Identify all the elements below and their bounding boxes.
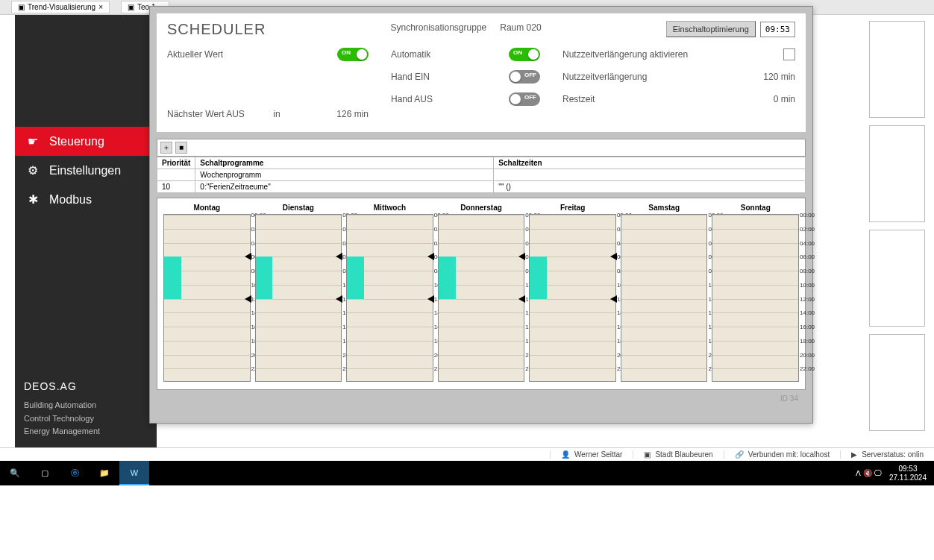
time-tick: 08:00 (800, 268, 825, 274)
sidebar-item-label: Modbus (49, 193, 92, 207)
day-column[interactable]: Samstag00:0002:0004:0006:0008:0010:0012:… (619, 201, 709, 382)
day-column[interactable]: Montag00:0002:0004:0006:0008:0010:0012:0… (162, 201, 252, 382)
sync-label: Synchronisationsgruppe (390, 22, 486, 33)
start-button[interactable]: 🔍 (0, 461, 30, 485)
explorer-icon[interactable]: 📁 (90, 461, 119, 485)
sync-value: Raum 020 (500, 22, 541, 33)
taskbar-clock[interactable]: 09:5327.11.2024 (889, 465, 927, 482)
day-grid[interactable]: 00:0002:0004:0006:0008:0010:0012:0014:00… (529, 214, 616, 382)
col-schaltzeiten[interactable]: Schaltzeiten (494, 157, 806, 169)
sidebar: ☛ Steuerung ⚙ Einstellungen ✱ Modbus DEO… (15, 15, 157, 447)
play-icon: ▶ (851, 450, 857, 459)
day-column[interactable]: Dienstag00:0002:0004:0006:0008:0010:0012… (254, 201, 344, 382)
user-icon: 👤 (561, 450, 570, 459)
extension-value: 120 min (736, 72, 795, 82)
automatik-label: Automatik (391, 49, 509, 60)
day-column[interactable]: Mittwoch00:0002:0004:0006:0008:0010:0012… (345, 201, 435, 382)
col-prioritaet[interactable]: Priorität (157, 157, 195, 169)
status-server: Serverstatus: onlin (862, 450, 924, 459)
drag-marker-icon[interactable] (518, 253, 525, 260)
extension-activate-label: Nutzzeitverlängerung aktivieren (562, 49, 783, 60)
time-tick: 18:00 (800, 337, 825, 344)
time-display: 09:53 (760, 22, 795, 37)
stop-program-icon[interactable]: ■ (175, 142, 187, 154)
day-grid[interactable]: 00:0002:0004:0006:0008:0010:0012:0014:00… (255, 214, 342, 382)
hand-aus-toggle[interactable]: OFF (509, 92, 540, 106)
tab-trend[interactable]: ▣ Trend-Visualisierung × (11, 1, 110, 13)
current-value-label: Aktueller Wert (167, 49, 337, 60)
active-block[interactable] (530, 257, 547, 298)
drag-marker-icon[interactable] (518, 295, 525, 303)
time-tick: 04:00 (800, 239, 825, 246)
day-column[interactable]: Donnerstag00:0002:0004:0006:0008:0010:00… (436, 201, 527, 382)
active-block[interactable] (256, 257, 273, 298)
tab-icon: ▣ (128, 3, 134, 11)
drag-marker-icon[interactable] (336, 295, 342, 303)
week-schedule: Montag00:0002:0004:0006:0008:0010:0012:0… (157, 198, 806, 390)
next-in-label: in (269, 109, 284, 119)
time-tick: 22:00 (800, 365, 825, 372)
active-block[interactable] (347, 257, 364, 298)
next-value-label: Nächster Wert AUS (167, 109, 245, 119)
drag-marker-icon[interactable] (610, 295, 617, 303)
drag-marker-icon[interactable] (336, 253, 342, 260)
gear-icon: ✱ (25, 192, 40, 207)
day-grid[interactable]: 00:0002:0004:0006:0008:0010:0012:0014:00… (346, 214, 433, 382)
tray-icons[interactable]: ᐱ 🔇 🖵 (856, 469, 882, 478)
drag-marker-icon[interactable] (245, 295, 251, 303)
time-tick: 14:00 (800, 309, 825, 316)
dialog-title: SCHEDULER (167, 21, 266, 38)
hand-ein-toggle[interactable]: OFF (509, 70, 540, 84)
day-grid[interactable]: 00:0002:0004:0006:0008:0010:0012:0014:00… (163, 214, 251, 382)
drag-marker-icon[interactable] (245, 253, 251, 260)
day-grid[interactable]: 00:0002:0004:0006:0008:0010:0012:0014:00… (438, 214, 525, 382)
drag-marker-icon[interactable] (610, 253, 617, 260)
tab-icon: ▣ (18, 3, 25, 11)
next-value: 126 min (309, 109, 369, 119)
day-grid[interactable]: 00:0002:0004:0006:0008:0010:0012:0014:00… (621, 214, 708, 382)
active-block[interactable] (164, 257, 181, 298)
day-column[interactable]: Sonntag00:0002:0004:0006:0008:0010:0012:… (710, 201, 800, 382)
scheduler-dialog: SCHEDULER Synchronisationsgruppe Raum 02… (149, 6, 813, 424)
footer-line: Control Technology (24, 412, 148, 426)
extension-label: Nutzzeitverlängerung (562, 72, 736, 82)
sidebar-item-label: Steuerung (49, 135, 104, 148)
automatik-toggle[interactable]: ON (509, 48, 540, 61)
day-grid[interactable]: 00:0002:0004:0006:0008:0010:0012:0014:00… (712, 214, 799, 382)
status-connection: Verbunden mit: localhost (748, 450, 830, 459)
time-tick: 02:00 (800, 225, 825, 232)
sidebar-item-label: Einstellungen (49, 164, 121, 177)
ie-icon[interactable]: ⓔ (60, 461, 90, 485)
time-tick: 12:00 (800, 295, 825, 302)
resttime-label: Restzeit (562, 94, 736, 104)
tab-label: Trend-Visualisierung (28, 3, 95, 11)
col-schaltprogramme[interactable]: Schaltprogramme (195, 157, 494, 169)
word-icon[interactable]: W (119, 461, 149, 485)
day-column[interactable]: Freitag00:0002:0004:0006:0008:0010:0012:… (527, 201, 618, 382)
time-tick: 00:00 (800, 212, 825, 218)
drag-marker-icon[interactable] (427, 295, 434, 303)
active-block[interactable] (439, 257, 456, 298)
time-tick: 16:00 (800, 324, 825, 330)
sliders-icon: ⚙ (25, 163, 40, 177)
program-table: Priorität Schaltprogramme Schaltzeiten W… (157, 157, 806, 193)
time-tick: 06:00 (800, 254, 825, 260)
extension-activate-checkbox[interactable] (783, 48, 795, 60)
drag-marker-icon[interactable] (427, 253, 434, 260)
location-icon: ▣ (644, 450, 651, 459)
status-city: Stadt Blaubeuren (655, 450, 712, 459)
table-row[interactable]: Wochenprogramm (157, 169, 806, 181)
sidebar-item-modbus[interactable]: ✱ Modbus (15, 185, 157, 214)
hand-aus-label: Hand AUS (391, 94, 509, 104)
add-program-icon[interactable]: ＋ (160, 142, 172, 154)
brand-logo: DEOS.AG (24, 378, 148, 394)
table-row[interactable]: 100:"FerienZeitraeume""" () (157, 181, 806, 193)
task-view-button[interactable]: ▢ (30, 461, 60, 485)
einschaltoptimierung-button[interactable]: Einschaltoptimierung (666, 21, 756, 37)
current-value-toggle[interactable]: ON (337, 48, 369, 61)
sidebar-item-steuerung[interactable]: ☛ Steuerung (15, 127, 157, 156)
sidebar-item-einstellungen[interactable]: ⚙ Einstellungen (15, 156, 157, 185)
time-tick: 20:00 (800, 351, 825, 358)
link-icon: 🔗 (735, 450, 744, 459)
close-icon[interactable]: × (98, 3, 103, 11)
